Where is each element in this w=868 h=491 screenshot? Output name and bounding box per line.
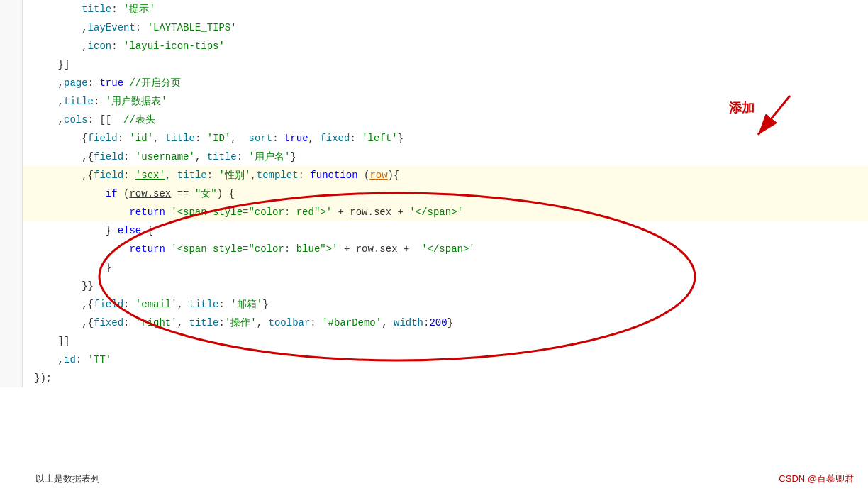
- line-gutter: [0, 92, 23, 111]
- line-gutter: [0, 258, 23, 277]
- line-gutter: [0, 0, 23, 18]
- code-line-content: {field: 'id', title: 'ID', sort: true, f…: [23, 129, 868, 148]
- code-line-content: title: '提示': [23, 0, 868, 18]
- code-editor: title: '提示' ,layEvent: 'LAYTABLE_TIPS' ,…: [0, 0, 868, 491]
- code-line: ]]: [0, 332, 868, 351]
- code-line: ,{field: 'email', title: '邮箱'}: [0, 295, 868, 314]
- line-gutter: [0, 111, 23, 129]
- line-gutter: [0, 314, 23, 332]
- code-line-content: ,id: 'TT': [23, 351, 868, 369]
- code-line: });: [0, 369, 868, 387]
- code-line: ,layEvent: 'LAYTABLE_TIPS': [0, 18, 868, 37]
- code-line: } else {: [0, 221, 868, 240]
- line-gutter: [0, 184, 23, 203]
- code-line: return '<span style="color: red">' + row…: [0, 203, 868, 221]
- line-gutter: [0, 55, 23, 74]
- line-gutter: [0, 240, 23, 258]
- line-gutter: [0, 74, 23, 92]
- code-line-content: }}: [23, 277, 868, 295]
- code-line: ,{field: 'username', title: '用户名'}: [0, 148, 868, 166]
- line-gutter: [0, 277, 23, 295]
- code-line: }}: [0, 277, 868, 295]
- code-line-content: return '<span style="color: red">' + row…: [23, 203, 868, 221]
- line-gutter: [0, 18, 23, 37]
- code-line-content: ,{field: 'email', title: '邮箱'}: [23, 295, 868, 314]
- code-line: title: '提示': [0, 0, 868, 18]
- line-gutter: [0, 332, 23, 351]
- code-line: ,{fixed: 'right', title:'操作', toolbar: '…: [0, 314, 868, 332]
- code-line-content: if (row.sex == "女") {: [23, 184, 868, 203]
- line-gutter: [0, 203, 23, 221]
- code-line: ,page: true //开启分页: [0, 74, 868, 92]
- code-line-content: ]]: [23, 332, 868, 351]
- line-gutter: [0, 166, 23, 184]
- bottom-text: 以上是数据表列: [35, 473, 100, 485]
- code-line-content: }: [23, 258, 868, 277]
- code-line-content: });: [23, 369, 868, 387]
- code-line: ,{field: 'sex', title: '性别',templet: fun…: [0, 166, 868, 184]
- line-gutter: [0, 148, 23, 166]
- code-line-content: }]: [23, 55, 868, 74]
- code-line-content: ,icon: 'layui-icon-tips': [23, 37, 868, 55]
- line-gutter: [0, 369, 23, 387]
- code-line: ,icon: 'layui-icon-tips': [0, 37, 868, 55]
- line-gutter: [0, 129, 23, 148]
- code-line-content: ,page: true //开启分页: [23, 74, 868, 92]
- code-line-content: } else {: [23, 221, 868, 240]
- line-gutter: [0, 351, 23, 369]
- code-line: }: [0, 258, 868, 277]
- code-line: }]: [0, 55, 868, 74]
- code-line-content: return '<span style="color: blue">' + ro…: [23, 240, 868, 258]
- code-line-content: ,{field: 'username', title: '用户名'}: [23, 148, 868, 166]
- code-line: {field: 'id', title: 'ID', sort: true, f…: [0, 129, 868, 148]
- line-gutter: [0, 37, 23, 55]
- line-gutter: [0, 295, 23, 314]
- code-line-content: ,{field: 'sex', title: '性别',templet: fun…: [23, 166, 868, 184]
- code-line: if (row.sex == "女") {: [0, 184, 868, 203]
- line-gutter: [0, 221, 23, 240]
- code-line: return '<span style="color: blue">' + ro…: [0, 240, 868, 258]
- footer-brand: CSDN @百慕卿君: [779, 473, 854, 485]
- code-line: ,title: '用户数据表': [0, 92, 868, 111]
- code-line-content: ,cols: [[ //表头: [23, 111, 868, 129]
- code-line: ,cols: [[ //表头: [0, 111, 868, 129]
- code-line-content: ,{fixed: 'right', title:'操作', toolbar: '…: [23, 314, 868, 332]
- code-line-content: ,title: '用户数据表': [23, 92, 868, 111]
- code-line-content: ,layEvent: 'LAYTABLE_TIPS': [23, 18, 868, 37]
- code-line: ,id: 'TT': [0, 351, 868, 369]
